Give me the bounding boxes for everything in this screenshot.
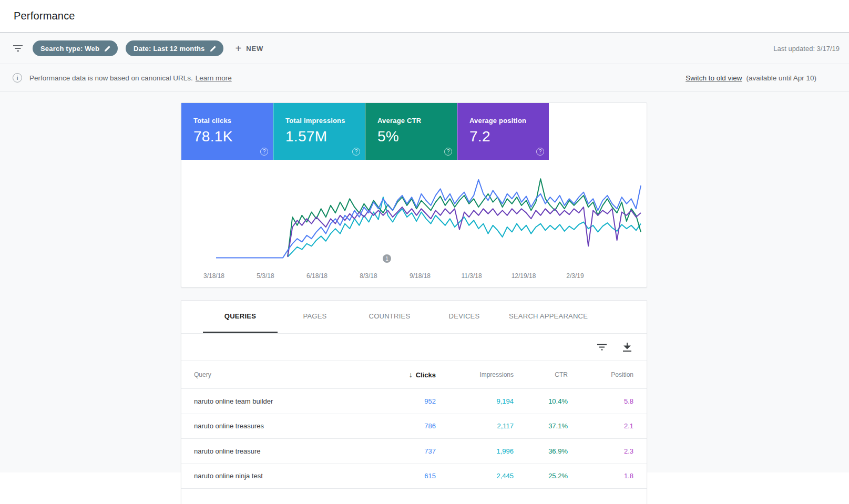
sort-desc-icon: ↓	[409, 371, 413, 379]
info-icon: i	[13, 73, 22, 83]
average-position-label: Average position	[469, 117, 549, 125]
average-position-value: 7.2	[469, 128, 549, 145]
last-updated-text: Last updated: 3/17/19	[773, 45, 840, 53]
learn-more-link[interactable]: Learn more	[196, 74, 232, 82]
tab-devices[interactable]: DEVICES	[427, 301, 502, 333]
banner-message: Performance data is now based on canonic…	[29, 74, 193, 82]
query-cell: naruto online ninja test	[194, 472, 357, 480]
new-filter-button[interactable]: + NEW	[236, 43, 263, 54]
table-filter-icon[interactable]	[596, 342, 608, 353]
table-toolbar	[181, 333, 647, 361]
dimensions-table-card: QUERIES PAGES COUNTRIES DEVICES SEARCH A…	[181, 300, 647, 504]
table-row-partial	[181, 488, 647, 504]
total-impressions-label: Total impressions	[285, 117, 365, 125]
tab-countries[interactable]: COUNTRIES	[352, 301, 427, 333]
tab-search-appearance[interactable]: SEARCH APPEARANCE	[502, 301, 595, 333]
clicks-cell: 952	[357, 397, 436, 405]
header-impressions[interactable]: Impressions	[436, 371, 514, 378]
metric-row: Total clicks 78.1K ? Total impressions 1…	[181, 103, 647, 160]
switch-to-old-view-link[interactable]: Switch to old view	[686, 74, 742, 82]
canonical-url-banner: i Performance data is now based on canon…	[0, 64, 849, 92]
download-icon[interactable]	[621, 342, 633, 353]
total-clicks-value: 78.1K	[193, 128, 273, 145]
query-cell: naruto online team builder	[194, 397, 357, 405]
ctr-cell: 37.1%	[514, 422, 568, 430]
impressions-cell: 9,194	[436, 397, 514, 405]
impressions-cell: 2,445	[436, 472, 514, 480]
new-filter-label: NEW	[246, 45, 263, 53]
average-position-card[interactable]: Average position 7.2 ?	[457, 103, 549, 160]
switch-availability-note: (available until Apr 10)	[746, 74, 816, 82]
table-header-row: Query ↓Clicks Impressions CTR Position	[181, 361, 647, 388]
header-position[interactable]: Position	[568, 371, 633, 378]
x-axis-label: 12/19/18	[503, 272, 545, 280]
chart-line-clicks	[216, 180, 641, 258]
x-axis-label: 5/3/18	[244, 272, 287, 280]
table-row[interactable]: naruto online treasure 737 1,996 36.9% 2…	[181, 438, 647, 464]
table-row[interactable]: naruto online team builder 952 9,194 10.…	[181, 388, 647, 414]
table-row[interactable]: naruto online ninja test 615 2,445 25.2%…	[181, 464, 647, 489]
edit-pencil-icon[interactable]	[104, 45, 111, 52]
header-query[interactable]: Query	[194, 371, 357, 378]
x-axis-label: 6/18/18	[296, 272, 338, 280]
average-ctr-value: 5%	[377, 128, 457, 145]
average-ctr-card[interactable]: Average CTR 5% ?	[365, 103, 457, 160]
position-cell: 1.8	[568, 472, 633, 480]
position-cell: 5.8	[568, 397, 633, 405]
total-impressions-value: 1.57M	[285, 128, 365, 145]
position-cell: 2.3	[568, 447, 633, 455]
query-cell: naruto online treasure	[194, 447, 357, 455]
ctr-cell: 25.2%	[514, 472, 568, 480]
x-axis-label: 3/18/18	[193, 272, 235, 280]
average-ctr-label: Average CTR	[377, 117, 457, 125]
ctr-cell: 10.4%	[514, 397, 568, 405]
date-range-chip-label: Date: Last 12 months	[134, 45, 204, 53]
position-cell: 2.1	[568, 422, 633, 430]
search-type-chip[interactable]: Search type: Web	[33, 40, 118, 56]
performance-summary-card: Total clicks 78.1K ? Total impressions 1…	[181, 102, 647, 287]
clicks-cell: 786	[357, 422, 436, 430]
tab-pages[interactable]: PAGES	[278, 301, 352, 333]
x-axis-label: 11/3/18	[451, 272, 493, 280]
total-clicks-card[interactable]: Total clicks 78.1K ?	[181, 103, 273, 160]
annotation-marker[interactable]: 1	[383, 254, 391, 263]
total-clicks-label: Total clicks	[193, 117, 273, 125]
tab-queries[interactable]: QUERIES	[203, 301, 278, 333]
filter-icon[interactable]	[13, 45, 23, 52]
table-row[interactable]: naruto online treasures 786 2,117 37.1% …	[181, 414, 647, 439]
impressions-cell: 1,996	[436, 447, 514, 455]
x-axis-label: 2/3/19	[554, 272, 596, 280]
ctr-cell: 36.9%	[514, 447, 568, 455]
plus-icon: +	[236, 43, 242, 54]
help-icon[interactable]: ?	[444, 148, 452, 156]
edit-pencil-icon[interactable]	[210, 45, 217, 52]
x-axis-label: 9/18/18	[399, 272, 441, 280]
search-type-chip-label: Search type: Web	[40, 45, 99, 53]
performance-chart-zone: 3/18/18 5/3/18 6/18/18 8/3/18 9/18/18 11…	[181, 160, 647, 288]
query-cell: naruto online treasures	[194, 422, 357, 430]
app-header: Performance	[0, 0, 849, 32]
content-area: Total clicks 78.1K ? Total impressions 1…	[0, 92, 849, 472]
dimension-tabs: QUERIES PAGES COUNTRIES DEVICES SEARCH A…	[181, 301, 647, 333]
page-title: Performance	[14, 10, 75, 22]
help-icon[interactable]: ?	[260, 148, 268, 156]
clicks-cell: 737	[357, 447, 436, 455]
performance-chart	[181, 160, 648, 265]
header-clicks-sorted[interactable]: ↓Clicks	[357, 371, 436, 379]
x-axis-label: 8/3/18	[347, 272, 390, 280]
date-range-chip[interactable]: Date: Last 12 months	[126, 40, 223, 56]
header-ctr[interactable]: CTR	[514, 371, 568, 378]
impressions-cell: 2,117	[436, 422, 514, 430]
total-impressions-card[interactable]: Total impressions 1.57M ?	[273, 103, 365, 160]
filter-bar: Search type: Web Date: Last 12 months + …	[0, 32, 849, 64]
help-icon[interactable]: ?	[536, 148, 544, 156]
help-icon[interactable]: ?	[352, 148, 360, 156]
clicks-cell: 615	[357, 472, 436, 480]
